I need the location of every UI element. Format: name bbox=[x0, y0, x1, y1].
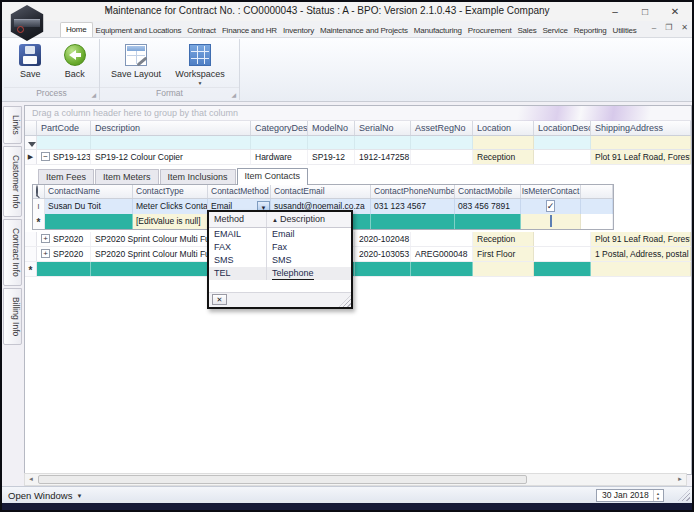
newcell-assetregno[interactable] bbox=[411, 262, 473, 276]
cell-contactmobile[interactable]: 083 456 7891 bbox=[455, 199, 521, 214]
close-button[interactable]: ✕ bbox=[660, 2, 690, 21]
cell-assetregno[interactable] bbox=[411, 232, 473, 246]
newcell-shippingaddress[interactable] bbox=[591, 262, 691, 276]
scrollbar-thumb[interactable] bbox=[38, 475, 527, 484]
filter-cell-assetregno[interactable] bbox=[411, 136, 473, 149]
table-row[interactable]: ▶ −SP19-123456 SP19-12 Colour Copier Har… bbox=[25, 150, 691, 165]
checkbox-checked[interactable]: ✓ bbox=[546, 200, 556, 212]
expand-row-button[interactable]: + bbox=[41, 249, 50, 258]
window-resize-grip[interactable] bbox=[678, 489, 690, 501]
tab-utilities[interactable]: Utilities bbox=[610, 23, 640, 37]
column-header-categorydesc[interactable]: CategoryDesc bbox=[251, 121, 308, 135]
column-header-description[interactable]: Description bbox=[91, 121, 251, 135]
mdi-restore-button[interactable]: ❐ bbox=[665, 23, 672, 32]
column-header-modelno[interactable]: ModelNo bbox=[308, 121, 355, 135]
column-header-contactmobile[interactable]: ContactMobile bbox=[455, 185, 521, 198]
newcell-contactname[interactable] bbox=[45, 214, 133, 229]
grid-new-row[interactable]: * bbox=[25, 262, 691, 277]
cell-description[interactable]: SP19-12 Colour Copier bbox=[91, 150, 251, 164]
cell-serialno[interactable]: 2020-102048 bbox=[355, 232, 411, 246]
tab-equipment-and-locations[interactable]: Equipment and Locations bbox=[93, 23, 185, 37]
sidebar-item-customer-info[interactable]: Customer Info bbox=[3, 146, 22, 217]
tab-item-contacts[interactable]: Item Contacts bbox=[237, 168, 309, 185]
filter-cell-serialno[interactable] bbox=[355, 136, 411, 149]
date-field[interactable]: 30 Jan 2018 ▲ ▼ bbox=[596, 489, 664, 502]
cell-locationdesc[interactable] bbox=[534, 232, 591, 246]
cell-ismetercontact[interactable]: ✓ bbox=[521, 199, 581, 214]
cell-partcode[interactable]: +SP2020 bbox=[37, 247, 91, 261]
filter-cell-partcode[interactable] bbox=[37, 136, 91, 149]
column-header-contacttype[interactable]: ContactType bbox=[133, 185, 208, 198]
filter-cell-categorydesc[interactable] bbox=[251, 136, 308, 149]
filter-cell-location[interactable] bbox=[473, 136, 534, 149]
column-header-contactmethod[interactable]: ContactMethod bbox=[208, 185, 271, 198]
minimize-button[interactable]: – bbox=[600, 2, 630, 21]
save-button[interactable]: Save bbox=[8, 42, 53, 79]
tab-finance-and-hr[interactable]: Finance and HR bbox=[219, 23, 280, 37]
column-header-serialno[interactable]: SerialNo bbox=[355, 121, 411, 135]
save-layout-button[interactable]: Save Layout bbox=[104, 42, 168, 86]
checkbox-indeterminate[interactable] bbox=[550, 215, 552, 227]
tab-inventory[interactable]: Inventory bbox=[280, 23, 317, 37]
cell-partcode[interactable]: +SP2020 bbox=[37, 232, 91, 246]
table-row[interactable]: +SP2020 SP2020 Sprint Colour Multi Funct… bbox=[25, 232, 691, 247]
tab-home[interactable]: Home bbox=[60, 22, 93, 37]
tab-manufacturing[interactable]: Manufacturing bbox=[411, 23, 465, 37]
filter-cell-modelno[interactable] bbox=[308, 136, 355, 149]
column-header-assetregno[interactable]: AssetRegNo bbox=[411, 121, 473, 135]
dropdown-option-sms[interactable]: SMS SMS bbox=[209, 254, 351, 267]
newcell-ismetercontact[interactable] bbox=[521, 214, 581, 229]
column-header-shippingaddress[interactable]: ShippingAddress bbox=[591, 121, 691, 135]
horizontal-scrollbar[interactable]: ◄ ► bbox=[24, 473, 687, 486]
sidebar-item-contract-info[interactable]: Contract Info bbox=[3, 219, 22, 286]
workspaces-button[interactable]: Workspaces ▼ bbox=[168, 42, 232, 86]
tab-contract[interactable]: Contract bbox=[184, 23, 219, 37]
newcell-contactmobile[interactable] bbox=[455, 214, 521, 229]
tab-item-fees[interactable]: Item Fees bbox=[38, 169, 94, 184]
sidebar-item-links[interactable]: Links bbox=[3, 106, 22, 144]
column-header-ismetercontact[interactable]: IsMeterContact bbox=[521, 185, 581, 198]
cell-shippingaddress[interactable]: Plot 91 Leaf Road, Forest Hills,... bbox=[591, 232, 691, 246]
filter-cell-shippingaddress[interactable] bbox=[591, 136, 691, 149]
cell-serialno[interactable]: 1912-147258 bbox=[355, 150, 411, 164]
tab-maintenance-and-projects[interactable]: Maintenance and Projects bbox=[317, 23, 411, 37]
cell-location[interactable]: Reception bbox=[473, 150, 534, 164]
dropdown-column-description[interactable]: ▲Description bbox=[267, 212, 351, 227]
back-button[interactable]: Back bbox=[53, 42, 98, 79]
column-header-contactphonenumber[interactable]: ContactPhoneNumber bbox=[371, 185, 455, 198]
cell-modelno[interactable]: SP19-12 bbox=[308, 150, 355, 164]
dropdown-column-method[interactable]: Method bbox=[209, 212, 267, 227]
spin-down-icon[interactable]: ▼ bbox=[656, 496, 660, 501]
cell-locationdesc[interactable] bbox=[534, 247, 591, 261]
cell-categorydesc[interactable]: Hardware bbox=[251, 150, 308, 164]
sidebar-item-billing-info[interactable]: Billing Info bbox=[3, 288, 22, 345]
tab-sales[interactable]: Sales bbox=[514, 23, 539, 37]
cell-assetregno[interactable]: AREG000048 bbox=[411, 247, 473, 261]
column-header-partcode[interactable]: PartCode bbox=[37, 121, 91, 135]
collapse-row-button[interactable]: − bbox=[41, 152, 50, 161]
cell-serialno[interactable]: 2020-103053 bbox=[355, 247, 411, 261]
cell-contactname[interactable]: Susan Du Toit bbox=[45, 199, 133, 214]
mdi-minimize-button[interactable]: – bbox=[652, 23, 656, 32]
scroll-left-arrow[interactable]: ◄ bbox=[25, 474, 37, 485]
newcell-locationdesc[interactable] bbox=[534, 262, 591, 276]
cell-shippingaddress[interactable]: Plot 91 Leaf Road, Forest Hills,... bbox=[591, 150, 691, 164]
column-header-locationdesc[interactable]: LocationDesc bbox=[534, 121, 591, 135]
tab-item-meters[interactable]: Item Meters bbox=[95, 169, 159, 184]
cell-locationdesc[interactable] bbox=[534, 150, 591, 164]
open-windows-button[interactable]: Open Windows ▼ bbox=[8, 490, 82, 501]
cell-location[interactable]: Reception bbox=[473, 232, 534, 246]
newcell-contacttype[interactable]: [EditValue is null] bbox=[133, 214, 208, 229]
newcell-serialno[interactable] bbox=[355, 262, 411, 276]
dropdown-option-tel[interactable]: TEL Telephone bbox=[209, 267, 351, 280]
dropdown-option-email[interactable]: EMAIL Email bbox=[209, 228, 351, 241]
tab-item-inclusions[interactable]: Item Inclusions bbox=[160, 169, 236, 184]
clear-filter-button[interactable]: ✕ bbox=[212, 294, 227, 305]
group-by-panel[interactable]: Drag a column header here to group by th… bbox=[25, 106, 691, 121]
cell-contactphonenumber[interactable]: 031 123 4567 bbox=[371, 199, 455, 214]
newcell-contactphonenumber[interactable] bbox=[371, 214, 455, 229]
cell-contacttype[interactable]: Meter Clicks Contact bbox=[133, 199, 208, 214]
expand-row-button[interactable]: + bbox=[41, 234, 50, 243]
cell-shippingaddress[interactable]: 1 Postal, Address, postal 3, po... bbox=[591, 247, 691, 261]
cell-assetregno[interactable] bbox=[411, 150, 473, 164]
